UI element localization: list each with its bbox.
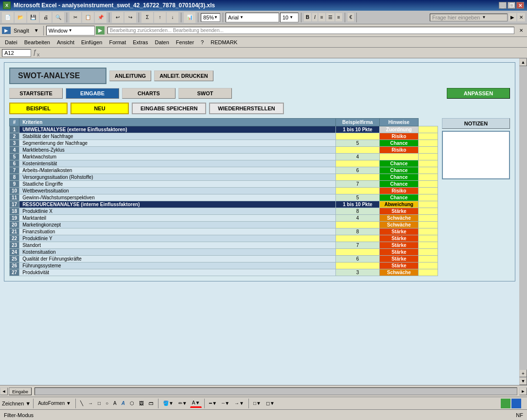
row-extra[interactable] <box>419 147 438 154</box>
row-extra[interactable] <box>419 154 438 160</box>
neu-button[interactable]: NEU <box>70 103 129 114</box>
oval-button[interactable]: ○ <box>104 399 110 407</box>
row-wert[interactable]: 5 <box>336 194 380 201</box>
font-size-combo[interactable]: 10 ▼ <box>280 13 299 22</box>
row-wert[interactable]: 5 <box>336 140 380 147</box>
diagram-button[interactable]: ⬡ <box>128 399 136 407</box>
row-wert[interactable] <box>336 249 380 256</box>
row-wert[interactable]: 8 <box>336 228 380 235</box>
new-button[interactable]: 📄 <box>2 12 14 23</box>
align-left-button[interactable]: ≡ <box>318 13 325 21</box>
image-button[interactable]: 🗃 <box>147 399 156 407</box>
menu-einfuegen[interactable]: Einfügen <box>78 38 105 46</box>
menu-daten[interactable]: Daten <box>152 38 172 46</box>
notes-box[interactable] <box>442 131 510 179</box>
row-wert[interactable] <box>336 188 380 194</box>
window-go-btn[interactable]: ▶ <box>96 26 105 35</box>
minimize-button[interactable]: _ <box>499 2 507 9</box>
help-go-button[interactable]: ▶ <box>509 13 516 21</box>
row-extra[interactable] <box>419 242 438 249</box>
row-wert[interactable] <box>336 174 380 181</box>
arrow-style-button[interactable]: →▼ <box>232 399 246 407</box>
bold-button[interactable]: B <box>304 13 311 21</box>
row-extra[interactable] <box>419 208 438 215</box>
row-wert[interactable]: 8 <box>336 208 380 215</box>
menu-fenster[interactable]: Fenster <box>173 38 197 46</box>
eingabe-button[interactable]: EINGABE <box>66 88 119 99</box>
sheet-tab[interactable]: Eingabe <box>9 387 32 395</box>
row-extra[interactable] <box>419 194 438 201</box>
cut-button[interactable]: ✂ <box>70 12 81 23</box>
chart-button[interactable]: 📊 <box>184 12 195 23</box>
row-wert[interactable]: 7 <box>336 181 380 188</box>
sort-asc-button[interactable]: ↑ <box>154 12 166 23</box>
snagit-btn[interactable]: ▼ <box>32 26 41 35</box>
row-wert[interactable] <box>336 147 380 154</box>
row-extra[interactable] <box>419 133 438 140</box>
row-extra[interactable] <box>419 222 438 228</box>
row-wert[interactable] <box>336 235 380 242</box>
row-extra[interactable] <box>419 201 438 208</box>
anleit-drucken-button[interactable]: ANLEIT. DRUCKEN <box>154 70 213 81</box>
row-extra[interactable] <box>419 160 438 167</box>
scroll-down-button[interactable]: ▼ <box>519 377 527 385</box>
scroll-track[interactable] <box>519 66 527 369</box>
startseite-button[interactable]: STARTSEITE <box>9 88 63 99</box>
row-extra[interactable] <box>419 181 438 188</box>
fill-color-button[interactable]: 🪣▼ <box>161 399 176 407</box>
help-close-button[interactable]: ✕ <box>517 13 525 21</box>
row-extra[interactable] <box>419 228 438 235</box>
beispiel-button[interactable]: BEISPIEL <box>9 103 68 114</box>
formula-input[interactable] <box>42 50 525 56</box>
swot-button[interactable]: SWOT <box>178 88 232 99</box>
zoom-box[interactable]: 85% ▼ <box>201 13 220 22</box>
eingabe-speichern-button[interactable]: EINGABE SPEICHERN <box>132 103 206 114</box>
menu-help[interactable]: ? <box>198 38 207 46</box>
save-button[interactable]: 💾 <box>27 12 39 23</box>
menu-ansicht[interactable]: Ansicht <box>54 38 77 46</box>
close-button[interactable]: ✕ <box>516 2 524 9</box>
row-wert[interactable]: 4 <box>336 154 380 160</box>
row-extra[interactable] <box>419 167 438 174</box>
row-extra[interactable] <box>419 188 438 194</box>
help-box[interactable]: Frage hier eingeben ▼ <box>430 14 508 21</box>
wiederherstellen-button[interactable]: WIEDERHERSTELLEN <box>209 103 283 114</box>
scroll-left-button[interactable]: ◄ <box>0 387 8 395</box>
print-preview-button[interactable]: 🔍 <box>53 12 64 23</box>
align-center-button[interactable]: ☰ <box>326 13 334 21</box>
row-extra[interactable] <box>419 174 438 181</box>
charts-button[interactable]: CHARTS <box>122 88 176 99</box>
name-box[interactable] <box>2 49 31 57</box>
menu-redmark[interactable]: REDMARK <box>208 38 240 46</box>
row-wert[interactable]: 3 <box>336 269 380 276</box>
row-wert[interactable]: 1 bis 10 Pkte <box>336 201 380 208</box>
h-scroll-track[interactable] <box>35 387 517 395</box>
row-extra[interactable] <box>419 256 438 262</box>
italic-button[interactable]: I <box>312 13 317 21</box>
row-wert[interactable] <box>336 262 380 269</box>
line-style-button[interactable]: ━▼ <box>207 399 219 407</box>
font-name-combo[interactable]: Arial ▼ <box>226 13 279 22</box>
menu-bearbeiten[interactable]: Bearbeiten <box>21 38 53 46</box>
scroll-corner[interactable]: + <box>519 369 527 377</box>
sort-desc-button[interactable]: ↓ <box>167 12 178 23</box>
row-extra[interactable] <box>419 140 438 147</box>
green-rect-btn[interactable] <box>501 399 510 408</box>
print-button[interactable]: 🖨 <box>40 12 52 23</box>
row-wert[interactable] <box>336 160 380 167</box>
open-button[interactable]: 📂 <box>15 12 26 23</box>
rect-button[interactable]: □ <box>96 399 103 407</box>
row-extra[interactable] <box>419 235 438 242</box>
scroll-up-button[interactable]: ▲ <box>519 58 527 66</box>
clipart-button[interactable]: 🖼 <box>137 399 146 407</box>
line-color-button[interactable]: ✏▼ <box>176 399 189 407</box>
row-extra[interactable] <box>419 249 438 256</box>
scroll-right-button[interactable]: ► <box>519 387 527 395</box>
3d-button[interactable]: ◻▼ <box>264 399 277 407</box>
window-combo[interactable]: Window ▼ <box>46 26 95 35</box>
sum-button[interactable]: Σ <box>141 12 153 23</box>
wordart-button[interactable]: A <box>120 399 127 407</box>
row-wert[interactable] <box>336 222 380 228</box>
anleitung-button[interactable]: ANLEITUNG <box>109 70 151 81</box>
toolbar2-btn1[interactable]: ▶ <box>2 27 11 34</box>
